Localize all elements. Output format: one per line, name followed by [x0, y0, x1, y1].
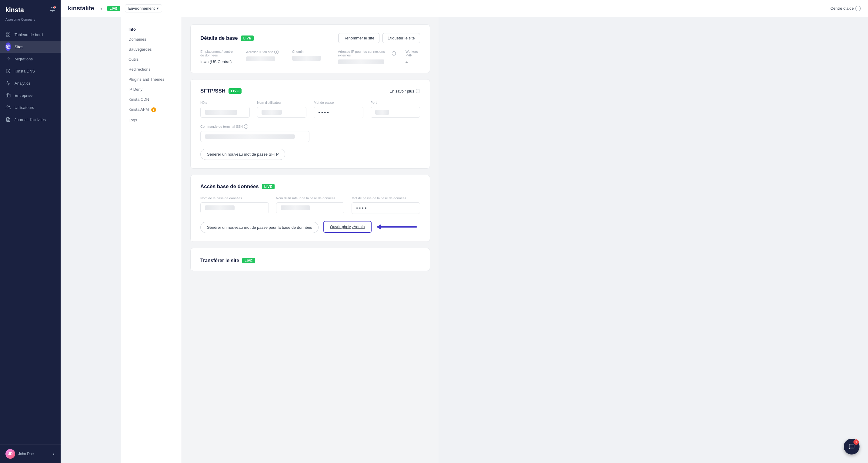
user-name: John Doe — [18, 452, 49, 456]
generate-sftp-password-button[interactable]: Générer un nouveau mot de passe SFTP — [200, 149, 285, 160]
details-live-badge: LIVE — [241, 35, 254, 41]
sidebar-item-label: Kinsta DNS — [14, 69, 35, 74]
arrow-head-icon — [376, 225, 381, 229]
db-live-badge: LIVE — [262, 184, 275, 189]
migrate-icon — [5, 56, 11, 62]
sftp-port-input[interactable] — [371, 107, 420, 118]
sub-nav-domaines[interactable]: Domaines — [121, 34, 182, 44]
db-name-field: Nom de la base de données — [200, 196, 269, 214]
sftp-password-input[interactable]: •••• — [314, 107, 363, 118]
grid-icon — [5, 32, 11, 37]
sub-nav-ip-deny[interactable]: IP Deny — [121, 84, 182, 94]
sftp-host-label: Hôte — [200, 101, 250, 105]
sidebar-item-label: Tableau de bord — [14, 32, 43, 37]
help-label: Centre d'aide — [830, 6, 854, 10]
rename-site-button[interactable]: Renommer le site — [338, 33, 379, 43]
sidebar-item-label: Migrations — [14, 57, 33, 61]
sidebar-item-analytics[interactable]: Analytics — [0, 77, 61, 89]
sftp-password-dots: •••• — [318, 110, 330, 115]
sftp-host-input[interactable] — [200, 107, 250, 118]
sub-nav-logs[interactable]: Logs — [121, 115, 182, 125]
transfer-card: Transférer le site LIVE — [190, 248, 430, 271]
terminal-cmd-blur — [205, 135, 295, 139]
environment-selector[interactable]: Environnement ▾ — [125, 4, 162, 12]
chat-widget[interactable]: 1 — [844, 439, 860, 455]
kinsta-logo: kinsta — [5, 6, 24, 14]
sub-nav-redirections[interactable]: Redirections — [121, 64, 182, 74]
db-name-label: Nom de la base de données — [200, 196, 269, 200]
sub-nav-sauvegardes[interactable]: Sauvegardes — [121, 44, 182, 54]
sidebar-item-label: Utilisateurs — [14, 105, 34, 110]
learn-more-link[interactable]: En savoir plus i — [390, 89, 420, 93]
notification-bell[interactable] — [50, 7, 55, 13]
terminal-label: Commande du terminal SSH i — [200, 124, 420, 128]
db-card-title: Accès base de données LIVE — [200, 183, 275, 190]
path-label: Chemin — [292, 50, 328, 53]
site-name: kinstalife — [68, 5, 94, 12]
db-pass-field: Mot de passe de la base de données •••• — [351, 196, 420, 214]
sidebar-item-kinsta-dns[interactable]: Kinsta DNS — [0, 65, 61, 77]
arrow-line — [381, 226, 417, 228]
sidebar-footer[interactable]: JD John Doe ▲ — [0, 444, 61, 463]
details-card-actions: Renommer le site Étiqueter le site — [338, 33, 420, 43]
sub-nav-kinsta-cdn[interactable]: Kinsta CDN — [121, 94, 182, 105]
svg-rect-3 — [8, 35, 10, 36]
sidebar-item-entreprise[interactable]: Entreprise — [0, 89, 61, 102]
terminal-cmd-box — [200, 131, 309, 142]
sftp-card: SFTP/SSH LIVE En savoir plus i Hôte Nom … — [190, 79, 430, 169]
company-name: Awesome Company — [0, 17, 61, 26]
sub-nav-outils[interactable]: Outils — [121, 54, 182, 64]
journal-icon — [5, 117, 11, 122]
site-ip-value-blur — [246, 56, 275, 61]
sub-nav-info[interactable]: Info — [121, 24, 182, 34]
site-dropdown-chevron[interactable]: ▾ — [100, 6, 102, 11]
db-name-input[interactable] — [200, 202, 269, 213]
location-value: Iowa (US Central) — [200, 59, 237, 64]
external-ip-field: Adresse IP pour les connexions externes … — [338, 50, 396, 64]
svg-point-8 — [7, 106, 8, 107]
db-user-input[interactable] — [276, 202, 345, 213]
sftp-fields: Hôte Nom d'utilisateur Mot de passe •••• — [200, 101, 420, 118]
details-card-header: Détails de base LIVE Renommer le site Ét… — [200, 33, 420, 43]
chat-badge: 1 — [854, 439, 859, 445]
sftp-username-input[interactable] — [257, 107, 306, 118]
sub-nav-kinsta-apm[interactable]: Kinsta APM ▲ — [121, 105, 182, 115]
tag-site-button[interactable]: Étiqueter le site — [382, 33, 420, 43]
svg-rect-7 — [6, 94, 10, 97]
main-nav: Tableau de bord Sites Migrations — [0, 26, 61, 444]
sidebar-item-utilisateurs[interactable]: Utilisateurs — [0, 102, 61, 114]
dns-icon — [5, 68, 11, 74]
sftp-password-field: Mot de passe •••• — [314, 101, 363, 118]
sub-nav-plugins-themes[interactable]: Plugins and Themes — [121, 74, 182, 84]
sidebar-item-journal[interactable]: Journal d'activités — [0, 114, 61, 125]
env-chevron-icon: ▾ — [157, 6, 159, 10]
sftp-live-badge: LIVE — [228, 88, 241, 94]
db-actions: Générer un nouveau mot de passe pour la … — [200, 221, 420, 233]
sidebar-item-sites[interactable]: Sites — [0, 41, 61, 53]
terminal-section: Commande du terminal SSH i — [200, 124, 420, 142]
generate-db-password-button[interactable]: Générer un nouveau mot de passe pour la … — [200, 222, 318, 233]
details-fields: Emplacement / centre de données Iowa (US… — [200, 50, 420, 64]
topbar: kinstalife ▾ LIVE Environnement ▾ Centre… — [61, 0, 868, 17]
sidebar-logo-area: kinsta — [0, 0, 61, 17]
env-label: Environnement — [128, 6, 155, 10]
ip-info-icon[interactable]: i — [274, 50, 279, 54]
external-ip-info-icon[interactable]: i — [392, 51, 396, 56]
db-user-field: Nom d'utilisateur de la base de données — [276, 196, 345, 214]
phpmyadmin-button[interactable]: Ouvrir phpMyAdmin — [323, 221, 372, 233]
users-icon — [5, 105, 11, 110]
help-center-link[interactable]: Centre d'aide i — [830, 6, 861, 11]
sidebar-item-migrations[interactable]: Migrations — [0, 53, 61, 65]
building-icon — [5, 92, 11, 98]
notification-dot — [53, 6, 56, 8]
help-info-icon: i — [855, 6, 861, 11]
sidebar: kinsta Awesome Company Tableau de bord — [0, 0, 61, 463]
sidebar-item-tableau[interactable]: Tableau de bord — [0, 29, 61, 41]
sftp-port-label: Port — [371, 101, 420, 105]
sftp-host-field: Hôte — [200, 101, 250, 118]
db-fields: Nom de la base de données Nom d'utilisat… — [200, 196, 420, 214]
sftp-host-blur — [205, 110, 237, 115]
db-card-header: Accès base de données LIVE — [200, 183, 420, 190]
terminal-info-icon[interactable]: i — [244, 124, 248, 128]
db-pass-input[interactable]: •••• — [351, 202, 420, 214]
